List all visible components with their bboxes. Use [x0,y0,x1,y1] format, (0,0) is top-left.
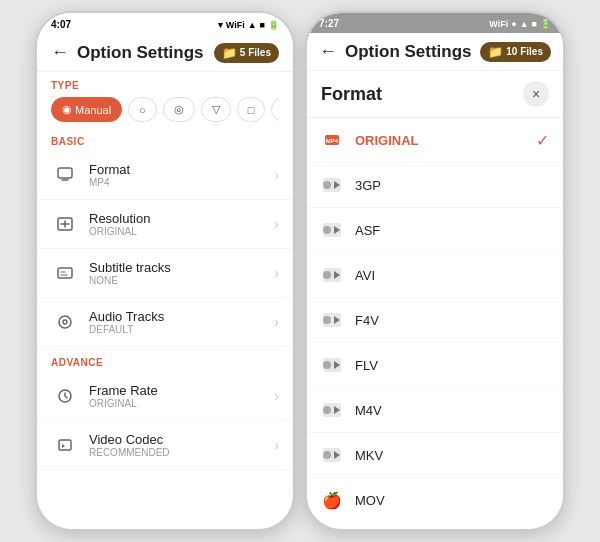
back-button-left[interactable]: ← [51,42,69,63]
format-value: MP4 [89,177,274,188]
video-codec-text: Video Codec RECOMMENDED [89,432,274,458]
format-item-mkv[interactable]: MKV [307,433,563,478]
resolution-text: Resolution ORIGINAL [89,211,274,237]
svg-point-22 [323,361,331,369]
format-item-original[interactable]: MP4 ORIGINAL ✓ [307,118,563,163]
framerate-icon [51,382,79,410]
format-name-asf: ASF [355,223,549,238]
resolution-value: ORIGINAL [89,226,274,237]
type-btn-4[interactable]: □ [237,97,266,122]
header-title-left: Option Settings [77,43,214,63]
subtitles-name: Subtitle tracks [89,260,274,275]
asf-icon [321,219,343,241]
audio-codec-icon [51,480,79,482]
resolution-chevron: › [274,216,279,232]
type-buttons: ◉ Manual ○ ◎ ▽ □ ⊞ ♡ [51,97,279,122]
status-icons-left: ▾WiFi▲■🔋 [218,20,279,30]
left-phone: 4:07 ▾WiFi▲■🔋 ← Option Settings 📁 5 File… [35,11,295,531]
type-icon-4: □ [248,104,255,116]
status-bar-right: 7:27 WiFi●▲■🔋 [307,13,563,33]
folder-icon-right: 📁 [488,45,503,59]
avi-icon [321,264,343,286]
app-header-left: ← Option Settings 📁 5 Files [37,34,293,72]
right-phone: 7:27 WiFi●▲■🔋 ← Option Settings 📁 10 Fil… [305,11,565,531]
format-text: Format MP4 [89,162,274,188]
subtitles-text: Subtitle tracks NONE [89,260,274,286]
type-btn-3[interactable]: ▽ [201,97,231,122]
time-right: 7:27 [319,18,339,29]
resolution-icon [51,210,79,238]
format-chevron: › [274,167,279,183]
format-close-button[interactable]: × [523,81,549,107]
format-item-3gp[interactable]: 3GP [307,163,563,208]
framerate-chevron: › [274,388,279,404]
type-btn-5[interactable]: ⊞ [271,97,279,122]
format-item-flv[interactable]: FLV [307,343,563,388]
back-button-right[interactable]: ← [319,41,337,62]
format-icon [51,161,79,189]
advance-section-label: ADVANCE [37,347,293,372]
framerate-value: ORIGINAL [89,398,274,409]
setting-audio-codec[interactable]: Audio Codec RECOMMENDED › [37,470,293,482]
type-btn-manual[interactable]: ◉ Manual [51,97,122,122]
f4v-icon [321,309,343,331]
setting-subtitles[interactable]: Subtitle tracks NONE › [37,249,293,298]
app-header-right: ← Option Settings 📁 10 Files [307,33,563,71]
svg-point-13 [323,226,331,234]
format-list: MP4 ORIGINAL ✓ 3GP ASF [307,118,563,514]
audio-tracks-value: DEFAULT [89,324,274,335]
manual-icon: ◉ [62,103,72,116]
format-dialog-header: Format × [307,71,563,118]
svg-point-19 [323,316,331,324]
svg-point-28 [323,451,331,459]
flv-icon [321,354,343,376]
format-name-avi: AVI [355,268,549,283]
setting-format[interactable]: Format MP4 › [37,151,293,200]
folder-icon-left: 📁 [222,46,237,60]
close-icon: × [532,86,540,102]
files-badge-right: 📁 10 Files [480,42,551,62]
original-icon: MP4 [321,129,343,151]
format-name-mov: MOV [355,493,549,508]
type-btn-2[interactable]: ◎ [163,97,195,122]
subtitles-value: NONE [89,275,274,286]
svg-rect-2 [58,268,72,278]
format-name-flv: FLV [355,358,549,373]
setting-audio-tracks[interactable]: Audio Tracks DEFAULT › [37,298,293,347]
audio-tracks-chevron: › [274,314,279,330]
format-name-3gp: 3GP [355,178,549,193]
3gp-icon [321,174,343,196]
subtitles-icon [51,259,79,287]
format-item-mov[interactable]: 🍎 MOV [307,478,563,514]
status-icons-right: WiFi●▲■🔋 [489,19,551,29]
format-name-mkv: MKV [355,448,549,463]
format-name-m4v: M4V [355,403,549,418]
mov-icon: 🍎 [321,489,343,511]
format-item-avi[interactable]: AVI [307,253,563,298]
setting-video-codec[interactable]: Video Codec RECOMMENDED › [37,421,293,470]
header-title-right: Option Settings [345,42,480,62]
format-item-asf[interactable]: ASF [307,208,563,253]
svg-text:MP4: MP4 [326,138,339,144]
audio-codec-text: Audio Codec RECOMMENDED [89,481,274,482]
video-codec-value: RECOMMENDED [89,447,274,458]
svg-rect-0 [58,168,72,178]
time-left: 4:07 [51,19,71,30]
audio-codec-name: Audio Codec [89,481,274,482]
type-icon-2: ◎ [174,103,184,116]
svg-point-16 [323,271,331,279]
framerate-name: Frame Rate [89,383,274,398]
subtitles-chevron: › [274,265,279,281]
setting-resolution[interactable]: Resolution ORIGINAL › [37,200,293,249]
mkv-icon [321,444,343,466]
svg-point-4 [63,320,67,324]
resolution-name: Resolution [89,211,274,226]
audio-tracks-text: Audio Tracks DEFAULT [89,309,274,335]
svg-point-10 [323,181,331,189]
type-btn-1[interactable]: ○ [128,97,157,122]
setting-framerate[interactable]: Frame Rate ORIGINAL › [37,372,293,421]
audio-tracks-name: Audio Tracks [89,309,274,324]
format-item-f4v[interactable]: F4V [307,298,563,343]
files-count-right: 10 Files [506,46,543,57]
format-item-m4v[interactable]: M4V [307,388,563,433]
